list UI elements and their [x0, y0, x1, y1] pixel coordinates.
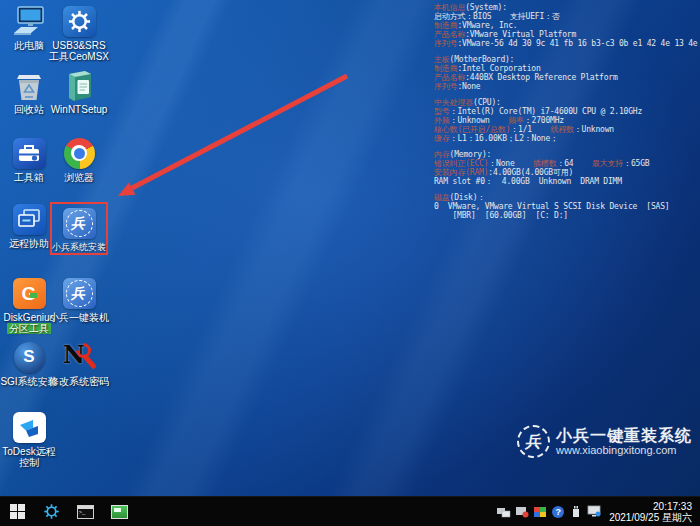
desktop-icon-change-system-password[interactable]: N 修改系统密码: [50, 340, 108, 387]
xiaobing-logo-icon: 兵: [517, 425, 550, 458]
desktop-icon-label: 浏览器: [64, 172, 94, 183]
taskbar: >_ ? 20:17:33 2021/09/25 星期六: [0, 496, 700, 526]
this-pc-icon: [10, 4, 48, 38]
screen: 此电脑 USB3&SRS工具CeoMSX 回收站 WinNTSetup 工具箱浏…: [0, 0, 700, 526]
taskbar-apps: >_: [0, 498, 136, 526]
watermark-title: 小兵一键重装系统: [556, 427, 692, 444]
desktop-icon-usb3-srs-tool[interactable]: USB3&SRS工具CeoMSX: [50, 4, 108, 62]
usb3-srs-tool-icon: [60, 4, 98, 38]
system-tray: ?: [495, 498, 603, 526]
desktop-icon-this-pc[interactable]: 此电脑: [2, 4, 56, 51]
desktop-icon-winntsetup[interactable]: WinNTSetup: [50, 68, 108, 115]
desktop-icon-browser[interactable]: 浏览器: [50, 136, 108, 183]
browser-icon: [60, 136, 98, 170]
desktop-icon-label: DiskGenius分区工具: [3, 312, 54, 334]
winntsetup-icon: [60, 68, 98, 102]
desktop-icon-label: 远程协助: [9, 238, 49, 249]
help-tray-icon[interactable]: ?: [549, 498, 567, 526]
todesk-remote-control-icon: [10, 410, 48, 444]
desktop-icon-label: 小兵一键装机: [49, 312, 109, 323]
desktop-icon-toolbox[interactable]: 工具箱: [2, 136, 56, 183]
system-info-panel: 本机信息(System):启动方式：BIOS 支持UEFI：否制造商:VMwar…: [434, 3, 700, 227]
desktop-icon-label: 回收站: [14, 104, 44, 115]
clock-time: 20:17:33: [609, 501, 692, 512]
xiaobing-onekey-install-icon: 兵: [60, 276, 98, 310]
desktop-icon-label: USB3&SRS工具CeoMSX: [49, 40, 109, 62]
desktop-wallpaper: 此电脑 USB3&SRS工具CeoMSX 回收站 WinNTSetup 工具箱浏…: [0, 0, 700, 496]
watermark-url: www.xiaobingxitong.com: [556, 444, 692, 457]
desktop-icon-label: 此电脑: [14, 40, 44, 51]
watermark: 兵 小兵一键重装系统 www.xiaobingxitong.com: [517, 425, 692, 458]
desktop-icon-recycle-bin[interactable]: 回收站: [2, 68, 56, 115]
xiaobing-app-taskbar-button[interactable]: [34, 498, 68, 526]
desktop-icon-remote-assist[interactable]: 远程协助: [2, 202, 56, 249]
desktop-icon-label: ToDesk远程控制: [2, 446, 55, 468]
desktop-icon-xiaobing-system-install[interactable]: 兵小兵系统安装: [50, 202, 108, 255]
desktop-icon-label: 修改系统密码: [49, 376, 109, 387]
change-system-password-icon: N: [60, 340, 98, 374]
network-tray-icon[interactable]: [495, 498, 513, 526]
recycle-bin-icon: [10, 68, 48, 102]
sgi-system-install-icon: S: [10, 340, 48, 374]
clock-date: 2021/09/25 星期六: [609, 512, 692, 523]
desktop-icon-todesk-remote-control[interactable]: ToDesk远程控制: [2, 410, 56, 468]
xiaobing-logo-char: 兵: [524, 434, 543, 450]
diskgenius-partition-tool-icon: G: [10, 276, 48, 310]
display-colors-tray-icon[interactable]: [531, 498, 549, 526]
desktop-icon-diskgenius-partition-tool[interactable]: GDiskGenius分区工具: [2, 276, 56, 334]
desktop-icon-sgi-system-install[interactable]: SSGI系统安装: [2, 340, 56, 387]
remote-session-tray-icon[interactable]: [513, 498, 531, 526]
cmd-taskbar-button[interactable]: >_: [68, 498, 102, 526]
vm-display-tray-icon[interactable]: [585, 498, 603, 526]
desktop-icon-label: 小兵系统安装: [52, 242, 106, 253]
taskbar-clock[interactable]: 20:17:33 2021/09/25 星期六: [609, 501, 692, 523]
start-button[interactable]: [0, 498, 34, 526]
xiaobing-system-install-icon: 兵: [60, 206, 98, 240]
usb-device-tray-icon[interactable]: [567, 498, 585, 526]
remote-assist-icon: [10, 202, 48, 236]
toolbox-icon: [10, 136, 48, 170]
desktop-icon-label: 工具箱: [14, 172, 44, 183]
desktop-icon-label: WinNTSetup: [51, 104, 108, 115]
program-manager-taskbar-button[interactable]: [102, 498, 136, 526]
desktop-icon-xiaobing-onekey-install[interactable]: 兵小兵一键装机: [50, 276, 108, 323]
